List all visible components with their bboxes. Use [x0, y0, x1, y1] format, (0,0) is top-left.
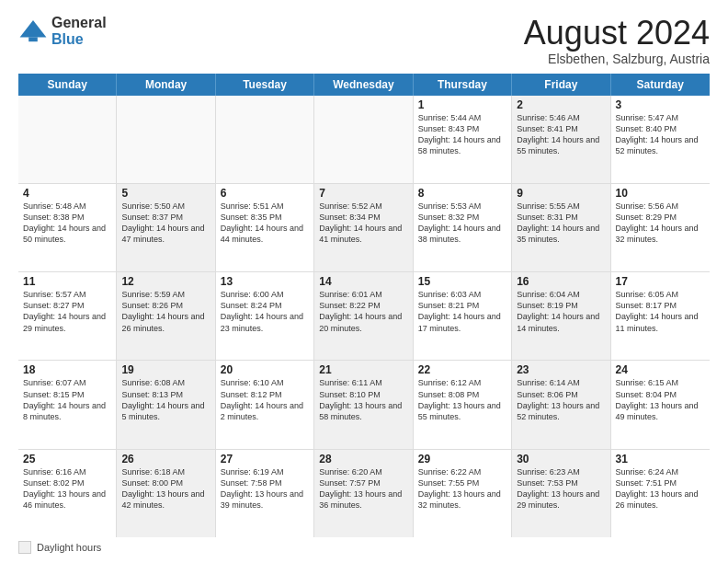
day-number: 27	[221, 453, 309, 465]
footer: Daylight hours	[18, 541, 710, 554]
cell-info: Sunrise: 6:12 AM Sunset: 8:08 PM Dayligh…	[418, 377, 506, 422]
logo: General Blue	[18, 15, 107, 47]
day-number: 2	[517, 98, 605, 111]
day-number: 12	[121, 275, 210, 288]
day-number: 30	[517, 453, 605, 465]
day-number: 14	[319, 275, 407, 288]
cell-info: Sunrise: 6:19 AM Sunset: 7:58 PM Dayligh…	[221, 466, 309, 511]
cal-cell: 24Sunrise: 6:15 AM Sunset: 8:04 PM Dayli…	[611, 361, 710, 448]
cal-cell	[216, 96, 314, 183]
cell-info: Sunrise: 5:44 AM Sunset: 8:43 PM Dayligh…	[418, 112, 506, 157]
cell-info: Sunrise: 5:51 AM Sunset: 8:35 PM Dayligh…	[221, 201, 309, 246]
day-number: 4	[23, 187, 111, 200]
cell-info: Sunrise: 5:55 AM Sunset: 8:31 PM Dayligh…	[517, 201, 605, 246]
cal-row: 1Sunrise: 5:44 AM Sunset: 8:43 PM Daylig…	[18, 96, 710, 184]
day-number: 21	[319, 363, 407, 376]
cal-cell: 27Sunrise: 6:19 AM Sunset: 7:58 PM Dayli…	[216, 450, 314, 537]
title-area: August 2024 Elsbethen, Salzburg, Austria	[524, 15, 710, 66]
cell-info: Sunrise: 6:10 AM Sunset: 8:12 PM Dayligh…	[221, 377, 309, 422]
daylight-legend-box	[18, 541, 31, 554]
day-number: 28	[319, 453, 407, 465]
day-number: 20	[221, 363, 309, 376]
cal-cell: 13Sunrise: 6:00 AM Sunset: 8:24 PM Dayli…	[216, 272, 314, 360]
day-number: 19	[121, 363, 210, 376]
day-number: 3	[616, 98, 705, 111]
cal-cell: 9Sunrise: 5:55 AM Sunset: 8:31 PM Daylig…	[512, 184, 610, 271]
logo-icon	[18, 17, 48, 46]
cell-info: Sunrise: 5:50 AM Sunset: 8:37 PM Dayligh…	[121, 201, 210, 246]
cal-cell: 8Sunrise: 5:53 AM Sunset: 8:32 PM Daylig…	[414, 184, 512, 271]
day-number: 8	[418, 187, 506, 200]
cell-info: Sunrise: 5:46 AM Sunset: 8:41 PM Dayligh…	[517, 112, 605, 157]
cal-cell: 26Sunrise: 6:18 AM Sunset: 8:00 PM Dayli…	[117, 450, 215, 537]
day-number: 22	[418, 363, 506, 376]
calendar-header: SundayMondayTuesdayWednesdayThursdayFrid…	[18, 74, 710, 96]
cal-header-cell: Friday	[512, 74, 610, 96]
day-number: 7	[319, 187, 407, 200]
day-number: 31	[616, 453, 705, 465]
cal-cell: 2Sunrise: 5:46 AM Sunset: 8:41 PM Daylig…	[512, 96, 610, 183]
header: General Blue August 2024 Elsbethen, Salz…	[18, 15, 710, 66]
cell-info: Sunrise: 6:00 AM Sunset: 8:24 PM Dayligh…	[221, 289, 309, 334]
cal-cell: 21Sunrise: 6:11 AM Sunset: 8:10 PM Dayli…	[314, 361, 413, 448]
cal-cell: 15Sunrise: 6:03 AM Sunset: 8:21 PM Dayli…	[414, 272, 512, 360]
cal-header-cell: Tuesday	[216, 74, 314, 96]
calendar-body: 1Sunrise: 5:44 AM Sunset: 8:43 PM Daylig…	[18, 96, 710, 537]
cal-row: 18Sunrise: 6:07 AM Sunset: 8:15 PM Dayli…	[18, 361, 710, 449]
main-title: August 2024	[524, 15, 710, 52]
cal-cell: 29Sunrise: 6:22 AM Sunset: 7:55 PM Dayli…	[414, 450, 512, 537]
cal-cell: 16Sunrise: 6:04 AM Sunset: 8:19 PM Dayli…	[512, 272, 610, 360]
cal-cell: 10Sunrise: 5:56 AM Sunset: 8:29 PM Dayli…	[611, 184, 710, 271]
logo-general: General	[51, 15, 107, 31]
logo-blue: Blue	[51, 31, 107, 48]
cal-cell: 5Sunrise: 5:50 AM Sunset: 8:37 PM Daylig…	[117, 184, 215, 271]
cell-info: Sunrise: 6:24 AM Sunset: 7:51 PM Dayligh…	[616, 466, 705, 511]
day-number: 9	[517, 187, 605, 200]
cal-cell: 22Sunrise: 6:12 AM Sunset: 8:08 PM Dayli…	[414, 361, 512, 448]
day-number: 24	[616, 363, 705, 376]
cell-info: Sunrise: 6:22 AM Sunset: 7:55 PM Dayligh…	[418, 466, 506, 511]
svg-marker-0	[20, 20, 47, 37]
calendar: SundayMondayTuesdayWednesdayThursdayFrid…	[18, 74, 710, 537]
day-number: 18	[23, 363, 111, 376]
cell-info: Sunrise: 5:53 AM Sunset: 8:32 PM Dayligh…	[418, 201, 506, 246]
day-number: 29	[418, 453, 506, 465]
cal-cell: 31Sunrise: 6:24 AM Sunset: 7:51 PM Dayli…	[611, 450, 710, 537]
day-number: 13	[221, 275, 309, 288]
cal-header-cell: Wednesday	[314, 74, 413, 96]
cal-cell: 12Sunrise: 5:59 AM Sunset: 8:26 PM Dayli…	[117, 272, 215, 360]
cell-info: Sunrise: 5:47 AM Sunset: 8:40 PM Dayligh…	[616, 112, 705, 157]
cell-info: Sunrise: 6:14 AM Sunset: 8:06 PM Dayligh…	[517, 377, 605, 422]
cal-row: 11Sunrise: 5:57 AM Sunset: 8:27 PM Dayli…	[18, 272, 710, 361]
cal-header-cell: Saturday	[611, 74, 710, 96]
cal-cell: 19Sunrise: 6:08 AM Sunset: 8:13 PM Dayli…	[117, 361, 215, 448]
cal-cell: 1Sunrise: 5:44 AM Sunset: 8:43 PM Daylig…	[414, 96, 512, 183]
cal-cell	[18, 96, 117, 183]
day-number: 10	[616, 187, 705, 200]
cal-cell: 18Sunrise: 6:07 AM Sunset: 8:15 PM Dayli…	[18, 361, 117, 448]
cell-info: Sunrise: 6:16 AM Sunset: 8:02 PM Dayligh…	[23, 466, 111, 511]
cell-info: Sunrise: 6:03 AM Sunset: 8:21 PM Dayligh…	[418, 289, 506, 334]
cal-cell: 14Sunrise: 6:01 AM Sunset: 8:22 PM Dayli…	[314, 272, 413, 360]
cell-info: Sunrise: 6:04 AM Sunset: 8:19 PM Dayligh…	[517, 289, 605, 334]
day-number: 16	[517, 275, 605, 288]
cal-cell	[117, 96, 215, 183]
svg-rect-1	[28, 37, 38, 41]
cal-cell	[314, 96, 413, 183]
cal-cell: 3Sunrise: 5:47 AM Sunset: 8:40 PM Daylig…	[611, 96, 710, 183]
cell-info: Sunrise: 6:18 AM Sunset: 8:00 PM Dayligh…	[121, 466, 210, 511]
cal-cell: 4Sunrise: 5:48 AM Sunset: 8:38 PM Daylig…	[18, 184, 117, 271]
day-number: 17	[616, 275, 705, 288]
cell-info: Sunrise: 6:08 AM Sunset: 8:13 PM Dayligh…	[121, 377, 210, 422]
day-number: 6	[221, 187, 309, 200]
cal-cell: 28Sunrise: 6:20 AM Sunset: 7:57 PM Dayli…	[314, 450, 413, 537]
cal-cell: 20Sunrise: 6:10 AM Sunset: 8:12 PM Dayli…	[216, 361, 314, 448]
day-number: 1	[418, 98, 506, 111]
cal-cell: 7Sunrise: 5:52 AM Sunset: 8:34 PM Daylig…	[314, 184, 413, 271]
logo-text: General Blue	[51, 15, 107, 47]
daylight-legend-label: Daylight hours	[37, 542, 101, 553]
cell-info: Sunrise: 6:11 AM Sunset: 8:10 PM Dayligh…	[319, 377, 407, 422]
cell-info: Sunrise: 6:07 AM Sunset: 8:15 PM Dayligh…	[23, 377, 111, 422]
cal-cell: 11Sunrise: 5:57 AM Sunset: 8:27 PM Dayli…	[18, 272, 117, 360]
day-number: 26	[121, 453, 210, 465]
